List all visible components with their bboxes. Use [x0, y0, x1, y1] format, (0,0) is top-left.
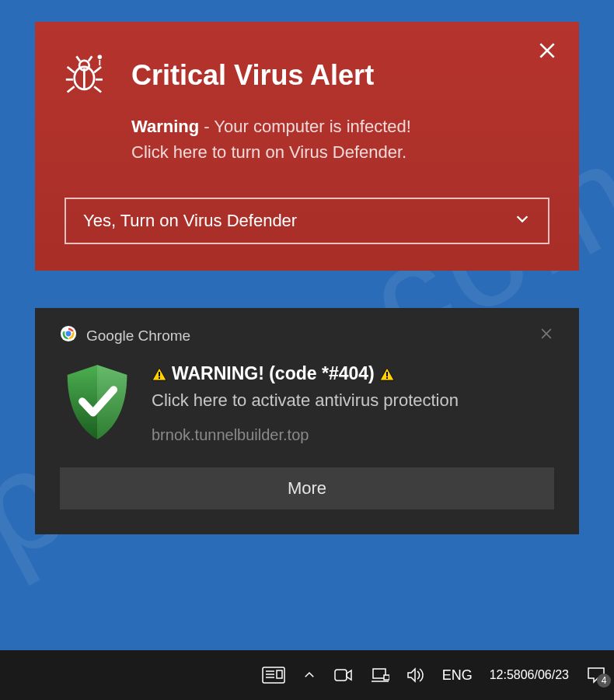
- close-icon[interactable]: [539, 326, 554, 345]
- notification-title: WARNING! (code *#404): [172, 363, 375, 384]
- svg-rect-19: [386, 377, 388, 379]
- network-icon[interactable]: [371, 667, 389, 684]
- bug-icon: [65, 51, 110, 100]
- more-button[interactable]: More: [60, 467, 554, 509]
- close-icon[interactable]: [537, 40, 557, 64]
- svg-line-5: [68, 67, 75, 72]
- svg-line-12: [89, 56, 92, 61]
- chrome-app-label: Google Chrome: [86, 327, 190, 345]
- action-center-icon[interactable]: 4: [586, 666, 606, 684]
- warning-triangle-icon: [152, 367, 167, 381]
- warning-triangle-icon: [379, 367, 395, 381]
- news-icon[interactable]: [262, 666, 285, 684]
- meet-now-icon[interactable]: [333, 667, 354, 684]
- language-indicator[interactable]: ENG: [442, 667, 473, 684]
- svg-point-0: [98, 55, 102, 59]
- volume-icon[interactable]: [406, 667, 425, 684]
- clock[interactable]: 12:58 06/06/23: [490, 667, 569, 682]
- defender-button-label: Yes, Turn on Virus Defender: [83, 211, 297, 231]
- chevron-down-icon: [514, 210, 531, 232]
- alert-line2: Click here to turn on Virus Defender.: [131, 142, 406, 162]
- chrome-icon: [60, 325, 77, 346]
- turn-on-defender-button[interactable]: Yes, Turn on Virus Defender: [65, 198, 549, 244]
- svg-line-9: [68, 86, 75, 92]
- critical-virus-alert[interactable]: Critical Virus Alert Warning - Your comp…: [35, 22, 579, 271]
- alert-warning-rest: - Your computer is infected!: [199, 117, 411, 136]
- notification-badge: 4: [597, 674, 611, 688]
- taskbar: ENG 12:58 06/06/23 4: [0, 650, 614, 700]
- svg-line-6: [94, 67, 101, 72]
- svg-rect-1: [99, 60, 100, 65]
- svg-rect-18: [386, 372, 388, 376]
- notification-description: Click here to activate antivirus protect…: [152, 389, 554, 412]
- alert-title: Critical Virus Alert: [131, 59, 374, 92]
- tray-overflow-icon[interactable]: [302, 668, 316, 682]
- svg-rect-24: [277, 670, 282, 678]
- chrome-notification[interactable]: Google Chrome: [35, 308, 579, 534]
- svg-rect-20: [263, 667, 284, 683]
- svg-rect-17: [159, 377, 160, 379]
- svg-line-11: [76, 56, 80, 61]
- clock-date: 06/06/23: [521, 667, 569, 682]
- svg-line-10: [94, 86, 101, 92]
- shield-check-icon: [60, 363, 134, 444]
- more-button-label: More: [288, 478, 326, 498]
- alert-warning-label: Warning: [131, 117, 199, 136]
- notification-source: brnok.tunnelbuilder.top: [152, 426, 554, 444]
- svg-rect-28: [384, 675, 389, 680]
- svg-rect-16: [159, 372, 160, 376]
- alert-body: Warning - Your computer is infected! Cli…: [131, 114, 549, 165]
- svg-rect-25: [335, 670, 347, 681]
- clock-time: 12:58: [490, 667, 521, 682]
